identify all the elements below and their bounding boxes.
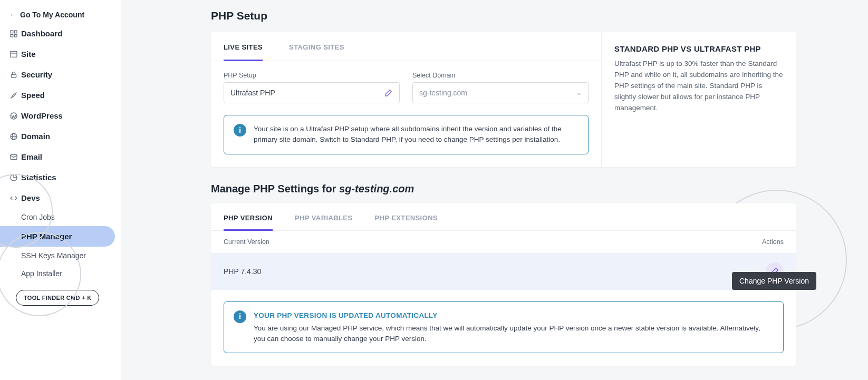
svg-rect-2 [11, 34, 13, 37]
dashboard-icon [9, 30, 21, 38]
arrow-left-icon: ← [9, 11, 16, 18]
sidebar-item-dashboard[interactable]: Dashboard [0, 23, 121, 44]
chart-icon [9, 173, 21, 182]
devs-sub-cron[interactable]: Cron Jobs [0, 208, 121, 226]
info-icon: i [234, 124, 246, 137]
sidebar-item-label: WordPress [21, 111, 63, 120]
ultrafast-info-banner: i Your site is on a Ultrafast PHP setup … [224, 115, 589, 154]
php-setup-selector[interactable]: Ultrafast PHP [224, 82, 400, 103]
globe-icon [9, 132, 21, 141]
devs-sub-app-installer[interactable]: App Installer [0, 265, 121, 282]
change-php-version-tooltip: Change PHP Version [732, 272, 816, 290]
sidebar-item-label: Speed [21, 91, 45, 100]
site-icon [9, 50, 21, 59]
sidebar-item-label: Domain [21, 132, 50, 141]
chevron-down-icon: ⌄ [576, 89, 582, 96]
main-content: PHP Setup LIVE SITES STAGING SITES PHP S… [211, 0, 854, 366]
svg-rect-0 [11, 31, 13, 33]
auto-update-title: YOUR PHP VERSION IS UPDATED AUTOMATICALL… [254, 310, 774, 321]
manage-php-card: PHP VERSION PHP VARIABLES PHP EXTENSIONS… [211, 203, 796, 366]
version-table-head: Current Version Actions [211, 231, 796, 253]
manage-title-domain: sg-testing.com [339, 183, 414, 194]
svg-rect-4 [11, 51, 17, 57]
svg-rect-1 [14, 31, 17, 33]
auto-update-banner: i YOUR PHP VERSION IS UPDATED AUTOMATICA… [224, 301, 784, 354]
page-title: PHP Setup [211, 9, 854, 22]
devs-sub-ssh[interactable]: SSH Keys Manager [0, 247, 121, 265]
sidebar-item-site[interactable]: Site [0, 44, 121, 64]
sidebar: ← Go To My Account Dashboard Site Securi… [0, 0, 121, 380]
sidebar-item-label: Site [21, 50, 36, 59]
auto-update-body: You are using our Managed PHP service, w… [254, 323, 774, 345]
pencil-icon [384, 89, 393, 97]
tool-finder-button[interactable]: TOOL FINDER CMD + K [16, 290, 99, 306]
tab-php-version[interactable]: PHP VERSION [224, 203, 273, 230]
sidebar-item-label: Dashboard [21, 29, 62, 38]
sidebar-item-statistics[interactable]: Statistics [0, 167, 121, 188]
sidebar-item-speed[interactable]: Speed [0, 85, 121, 105]
svg-rect-3 [14, 34, 17, 37]
sidebar-item-label: Security [21, 70, 52, 79]
sidebar-item-wordpress[interactable]: WordPress [0, 105, 121, 126]
manage-title: Manage PHP Settings for sg-testing.com [211, 183, 854, 195]
sidebar-item-label: Devs [21, 193, 40, 202]
ultrafast-info-text: Your site is on a Ultrafast PHP setup wh… [254, 124, 578, 145]
lock-icon [9, 71, 21, 79]
wordpress-icon [9, 112, 21, 120]
tab-staging-sites[interactable]: STAGING SITES [289, 32, 357, 61]
sidebar-item-label: PHP Manager [21, 232, 72, 241]
email-icon [9, 153, 21, 161]
tab-php-variables[interactable]: PHP VARIABLES [295, 203, 352, 230]
sidebar-item-domain[interactable]: Domain [0, 126, 121, 147]
manage-title-prefix: Manage PHP Settings for [211, 183, 339, 194]
select-domain-field-label: Select Domain [412, 72, 589, 79]
sidebar-item-label: Email [21, 152, 42, 161]
manage-tabs: PHP VERSION PHP VARIABLES PHP EXTENSIONS [211, 203, 796, 231]
setup-tabs: LIVE SITES STAGING SITES [211, 32, 601, 61]
col-actions: Actions [762, 238, 784, 246]
info-icon: i [234, 310, 246, 323]
code-icon [9, 194, 21, 202]
tab-live-sites[interactable]: LIVE SITES [224, 32, 275, 61]
sidebar-item-email[interactable]: Email [0, 147, 121, 167]
svg-rect-6 [11, 74, 16, 77]
current-php-version: PHP 7.4.30 [224, 267, 261, 276]
sidebar-item-label: Statistics [21, 173, 56, 182]
php-setup-card: LIVE SITES STAGING SITES PHP Setup Ultra… [211, 32, 796, 167]
rocket-icon [9, 91, 21, 100]
php-compare-panel: STANDARD PHP VS ULTRAFAST PHP Ultrafast … [601, 32, 796, 167]
select-domain-dropdown[interactable]: sg-testing.com ⌄ [412, 82, 589, 103]
go-to-account-label: Go To My Account [20, 11, 84, 19]
sidebar-item-devs[interactable]: Devs [0, 188, 121, 208]
go-to-account-link[interactable]: ← Go To My Account [0, 6, 121, 23]
php-setup-field-label: PHP Setup [224, 72, 400, 79]
sidebar-item-security[interactable]: Security [0, 64, 121, 85]
version-table-row: PHP 7.4.30 [211, 253, 796, 290]
compare-body: Ultrafast PHP is up to 30% faster than t… [614, 59, 784, 114]
compare-title: STANDARD PHP VS ULTRAFAST PHP [614, 44, 784, 53]
select-domain-value: sg-testing.com [419, 89, 467, 97]
php-setup-left: LIVE SITES STAGING SITES PHP Setup Ultra… [211, 32, 601, 167]
php-setup-value: Ultrafast PHP [230, 89, 275, 97]
tab-php-extensions[interactable]: PHP EXTENSIONS [375, 203, 438, 230]
col-current-version: Current Version [224, 238, 269, 246]
devs-sub-php-manager[interactable]: PHP Manager [0, 226, 115, 247]
